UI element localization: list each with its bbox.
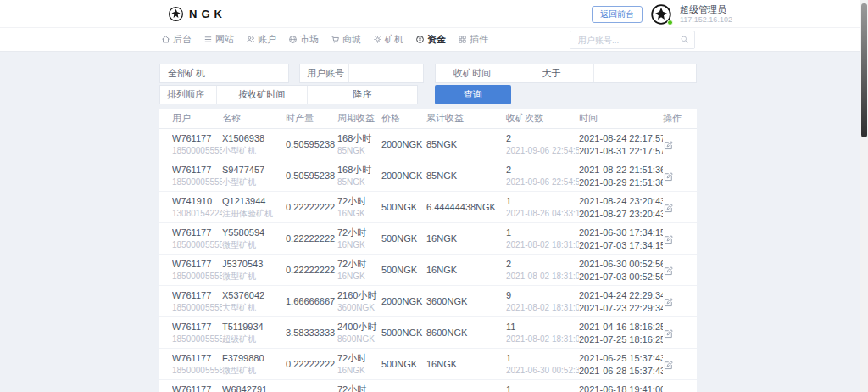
cell-start-time: 2021-04-16 18:16:25 bbox=[579, 321, 663, 333]
cell-count-time: 2021-08-02 18:31:09 bbox=[506, 239, 579, 250]
nav-item-site[interactable]: 网站 bbox=[203, 33, 234, 46]
cell-period: 72小时 bbox=[337, 227, 381, 239]
cell-period-income: 16NGK bbox=[337, 239, 381, 250]
cell-total: 16NGK bbox=[426, 264, 457, 277]
cell-count: 1 bbox=[506, 195, 579, 208]
col-header-price: 价格 bbox=[381, 112, 426, 125]
back-to-frontend-button[interactable]: 返回前台 bbox=[592, 6, 643, 23]
cell-name: X1506938 bbox=[222, 132, 286, 145]
cell-total: 6.44444438NGK bbox=[426, 201, 496, 214]
cell-name: X5376042 bbox=[222, 289, 286, 302]
nav-item-mall[interactable]: 商城 bbox=[331, 33, 361, 46]
cell-price: 500NGK bbox=[381, 201, 417, 214]
nav-item-funds[interactable]: 资金 bbox=[415, 33, 446, 46]
edit-icon[interactable] bbox=[663, 233, 674, 244]
col-header-user: 用户 bbox=[172, 112, 222, 125]
nav-item-home[interactable]: 后台 bbox=[161, 33, 192, 46]
filter-row-1: 全部矿机 用户账号 收矿时间 大于 bbox=[159, 64, 697, 83]
cell-price: 500NGK bbox=[381, 358, 417, 371]
edit-icon[interactable] bbox=[663, 359, 674, 370]
cell-count: 1 bbox=[506, 227, 579, 239]
cell-period-income: 16NGK bbox=[337, 365, 381, 376]
order-filter-label: 排列顺序 bbox=[160, 86, 217, 104]
cell-type: 大型矿机 bbox=[222, 302, 286, 313]
table-row: W761177 18500005555 X1506938 小型矿机 0.5059… bbox=[159, 129, 697, 160]
cell-total: 16NGK bbox=[426, 358, 457, 371]
col-header-period: 周期收益 bbox=[337, 112, 381, 125]
edit-icon[interactable] bbox=[663, 328, 674, 339]
cell-count: 9 bbox=[506, 289, 579, 302]
cell-price: 5000NGK bbox=[381, 327, 422, 339]
cell-end-time: 2021-07-25 18:16:25 bbox=[579, 333, 663, 346]
cell-count-time: 2021-06-30 00:52:36 bbox=[506, 365, 579, 376]
cell-name: F3799880 bbox=[222, 352, 286, 365]
cell-type: 微型矿机 bbox=[222, 271, 286, 282]
table-row: W761177 18500005555 J5370543 微型矿机 0.2222… bbox=[159, 255, 697, 286]
cell-start-time: 2021-06-18 19:41:00 bbox=[579, 384, 663, 392]
cell-total: 85NGK bbox=[426, 138, 457, 151]
cell-start-time: 2021-08-24 22:17:57 bbox=[579, 132, 663, 145]
cell-phone: 18500005555 bbox=[172, 239, 222, 250]
cell-count: 2 bbox=[506, 164, 579, 176]
brand-name: NGK bbox=[189, 8, 226, 20]
cell-type: 小型矿机 bbox=[222, 176, 286, 188]
compare-select[interactable]: 大于 bbox=[509, 64, 594, 82]
nav-item-account[interactable]: 账户 bbox=[246, 33, 276, 46]
cell-period-income: 85NGK bbox=[337, 176, 381, 188]
order-direction-select[interactable]: 降序 bbox=[308, 86, 417, 104]
cell-user: W761177 bbox=[172, 384, 222, 392]
cell-user: W761177 bbox=[172, 164, 222, 176]
cell-hourly: 1.66666667 bbox=[286, 295, 335, 308]
cell-count-time: 2021-08-26 04:33:10 bbox=[506, 208, 579, 219]
cell-period: 72小时 bbox=[337, 352, 381, 365]
cell-type: 小型矿机 bbox=[222, 145, 286, 156]
time-filter-input[interactable] bbox=[594, 64, 696, 82]
cell-name: Q1213944 bbox=[222, 195, 286, 208]
table-header: 用户 名称 时产量 周期收益 价格 累计收益 收矿次数 时间 操作 bbox=[159, 109, 697, 129]
admin-meta: 超级管理员 117.152.16.102 bbox=[680, 4, 732, 25]
cell-start-time: 2021-04-24 22:29:34 bbox=[579, 289, 663, 302]
scrollbar-track[interactable] bbox=[860, 0, 868, 392]
edit-icon[interactable] bbox=[663, 265, 674, 276]
account-icon bbox=[246, 35, 255, 44]
account-filter-input[interactable] bbox=[349, 64, 423, 82]
cell-count-time: 2021-08-02 18:31:09 bbox=[506, 302, 579, 313]
cell-name: J5370543 bbox=[222, 258, 286, 271]
scrollbar-thumb[interactable] bbox=[861, 3, 867, 137]
cell-period: 168小时 bbox=[337, 132, 381, 145]
search-icon[interactable] bbox=[680, 35, 689, 44]
cell-phone: 13080154224 bbox=[172, 208, 222, 219]
admin-avatar[interactable] bbox=[650, 3, 672, 25]
cell-count: 2 bbox=[506, 132, 579, 145]
brand-logo[interactable]: NGK bbox=[168, 0, 226, 28]
cell-period: 168小时 bbox=[337, 164, 381, 176]
miner-type-select[interactable]: 全部矿机 bbox=[159, 64, 289, 83]
table-row: W761177 18500005555 Y5580594 微型矿机 0.2222… bbox=[159, 223, 697, 255]
order-field-select[interactable]: 按收矿时间 bbox=[217, 86, 308, 104]
edit-icon[interactable] bbox=[663, 139, 674, 150]
cell-total: 8600NGK bbox=[426, 327, 467, 339]
nav-item-market[interactable]: 市场 bbox=[288, 33, 319, 46]
cell-hourly: 0.50595238 bbox=[286, 138, 335, 151]
edit-icon[interactable] bbox=[663, 296, 674, 307]
home-icon bbox=[161, 35, 170, 44]
col-header-name: 名称 bbox=[222, 112, 286, 125]
user-account-search-input[interactable] bbox=[570, 31, 695, 49]
admin-name: 超级管理员 bbox=[680, 4, 732, 15]
cell-user: W761177 bbox=[172, 132, 222, 145]
cell-price: 2000NGK bbox=[381, 138, 422, 151]
cell-period-income: 16NGK bbox=[337, 271, 381, 282]
query-button[interactable]: 查询 bbox=[435, 85, 511, 104]
edit-icon[interactable] bbox=[663, 202, 674, 213]
nav-item-miner[interactable]: 矿机 bbox=[373, 33, 403, 46]
cell-name: T5119934 bbox=[222, 321, 286, 333]
edit-icon[interactable] bbox=[663, 171, 674, 182]
site-icon bbox=[203, 35, 213, 44]
col-header-hourly: 时产量 bbox=[286, 112, 337, 125]
cell-period-income: 3600NGK bbox=[337, 302, 381, 313]
cell-start-time: 2021-06-30 17:34:15 bbox=[579, 227, 663, 239]
cell-count: 1 bbox=[506, 384, 579, 392]
cell-period: 72小时 bbox=[337, 195, 381, 208]
nav-item-plugin[interactable]: 插件 bbox=[458, 33, 488, 46]
cell-count-time: 2021-08-02 18:31:09 bbox=[506, 271, 579, 282]
